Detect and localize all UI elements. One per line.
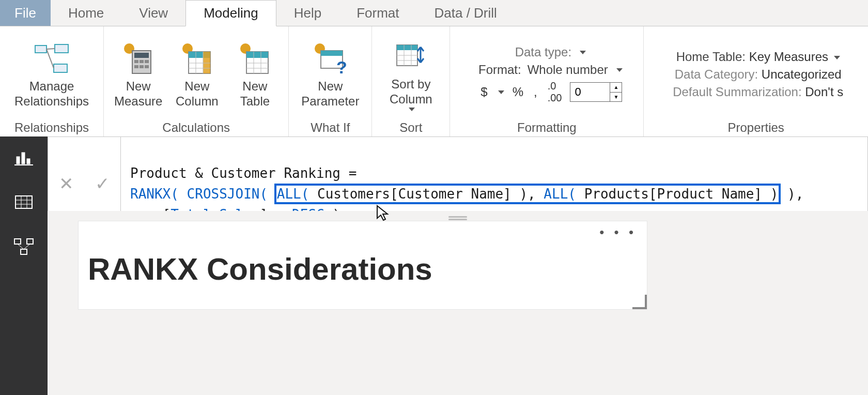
- cancel-formula-button[interactable]: ✕: [48, 168, 84, 199]
- svg-rect-24: [246, 52, 268, 58]
- comma: ,: [528, 186, 544, 202]
- default-sum-label: Default Summarization:: [673, 85, 801, 99]
- report-view-button[interactable]: [13, 147, 35, 169]
- spinner-down-icon[interactable]: ▼: [610, 93, 622, 102]
- tab-view[interactable]: View: [121, 0, 185, 26]
- tab-home-label: Home: [68, 5, 104, 21]
- new-parameter-label: New Parameter: [301, 79, 359, 109]
- currency-button[interactable]: $: [478, 85, 489, 99]
- spinner-up-icon[interactable]: ▲: [610, 83, 622, 93]
- svg-rect-49: [27, 239, 33, 244]
- manage-relationships-button[interactable]: Manage Relationships: [6, 38, 97, 111]
- more-icon: • • •: [599, 224, 637, 240]
- data-category-label: Data Category:: [675, 67, 758, 81]
- text-visual[interactable]: • • • RANKX Considerations: [79, 221, 647, 309]
- svg-rect-2: [54, 64, 67, 72]
- sort-by-column-label: Sort by Column: [390, 77, 432, 107]
- new-parameter-button[interactable]: ? New Parameter: [295, 38, 365, 111]
- group-relationships: Manage Relationships Relationships: [0, 26, 104, 137]
- group-sort-label: Sort: [378, 119, 443, 135]
- format-label: Format:: [478, 63, 521, 77]
- chevron-down-icon: [498, 90, 504, 94]
- data-category-dropdown[interactable]: Data Category: Uncategorized: [675, 67, 842, 82]
- sort-by-column-button[interactable]: Sort by Column: [378, 36, 443, 114]
- svg-rect-0: [35, 45, 47, 53]
- format-dropdown[interactable]: Format: Whole number: [478, 63, 623, 77]
- visual-options-button[interactable]: • • •: [599, 224, 637, 240]
- svg-rect-48: [14, 239, 21, 244]
- group-properties: Home Table: Key Measures Data Category: …: [644, 26, 868, 137]
- chevron-down-icon: [580, 51, 586, 54]
- svg-rect-8: [134, 60, 138, 63]
- new-table-button[interactable]: New Table: [227, 38, 282, 111]
- commit-formula-button[interactable]: ✓: [84, 168, 120, 199]
- fn-rankx: RANKX(: [130, 186, 179, 202]
- view-switcher-bar: [0, 136, 48, 395]
- x-icon: ✕: [59, 173, 73, 194]
- new-measure-button[interactable]: New Measure: [110, 38, 166, 111]
- data-type-dropdown[interactable]: Data type:: [515, 45, 586, 59]
- svg-line-51: [18, 244, 24, 249]
- resize-handle-icon[interactable]: [632, 295, 647, 309]
- group-properties-label: Properties: [650, 119, 862, 135]
- table-icon: [14, 194, 33, 210]
- chevron-down-icon: [834, 56, 840, 59]
- new-parameter-icon: ?: [311, 40, 349, 78]
- svg-rect-50: [21, 249, 27, 254]
- percent-button[interactable]: %: [510, 85, 525, 99]
- default-summarization-dropdown[interactable]: Default Summarization: Don't s: [673, 85, 843, 99]
- group-calculations-label: Calculations: [110, 119, 282, 135]
- report-canvas[interactable]: • • • RANKX Considerations: [48, 211, 868, 395]
- tab-data-drill-label: Data / Drill: [435, 5, 497, 21]
- svg-rect-13: [145, 65, 149, 68]
- svg-rect-1: [55, 44, 68, 53]
- new-column-icon: [178, 40, 216, 78]
- model-icon: [13, 238, 34, 255]
- group-formatting: Data type: Format: Whole number $ % , .0…: [450, 26, 644, 137]
- highlighted-expression: ALL( Customers[Customer Name] ), ALL( Pr…: [276, 185, 780, 203]
- decimal-icon: .0.00: [546, 80, 564, 104]
- tab-format[interactable]: Format: [339, 0, 416, 26]
- arg-customers: Customers[Customer Name] ): [309, 186, 528, 202]
- tab-data-drill[interactable]: Data / Drill: [417, 0, 515, 26]
- tab-file-label: File: [14, 5, 36, 21]
- data-type-label: Data type:: [515, 45, 571, 59]
- new-column-button[interactable]: New Column: [169, 38, 224, 111]
- new-table-label: New Table: [240, 79, 270, 109]
- measure-name: Product & Customer Ranking =: [130, 165, 365, 181]
- fn-all-1: ALL(: [277, 186, 309, 202]
- svg-rect-40: [22, 153, 25, 164]
- svg-rect-17: [203, 52, 210, 73]
- thousands-sep-button[interactable]: ,: [532, 85, 539, 99]
- decimals-input[interactable]: [570, 83, 610, 101]
- ribbon: Manage Relationships Relationships New M…: [0, 26, 868, 138]
- tab-help[interactable]: Help: [276, 0, 339, 26]
- data-view-button[interactable]: [13, 191, 35, 213]
- tab-file[interactable]: File: [0, 0, 51, 26]
- new-column-label: New Column: [176, 79, 219, 109]
- svg-rect-7: [134, 53, 149, 58]
- decimals-spinner[interactable]: ▲▼: [570, 82, 622, 102]
- close-crossjoin: ),: [779, 186, 803, 202]
- svg-rect-34: [397, 45, 417, 50]
- svg-rect-12: [140, 65, 144, 68]
- group-sort: Sort by Column Sort: [372, 26, 450, 137]
- svg-rect-10: [145, 60, 149, 63]
- visual-title-text: RANKX Considerations: [88, 251, 432, 287]
- home-table-dropdown[interactable]: Home Table: Key Measures: [676, 50, 840, 64]
- tab-modeling[interactable]: Modeling: [185, 0, 276, 26]
- manage-relationships-label: Manage Relationships: [14, 79, 89, 109]
- svg-line-52: [24, 244, 30, 249]
- model-view-button[interactable]: [13, 236, 35, 257]
- formula-bar-resize-handle[interactable]: [447, 215, 468, 221]
- group-whatif-label: What If: [295, 119, 365, 135]
- relationships-icon: [33, 40, 71, 78]
- fn-crossjoin: CROSSJOIN(: [187, 186, 268, 202]
- tab-home[interactable]: Home: [51, 0, 121, 26]
- menu-tab-strip: File Home View Modeling Help Format Data…: [0, 0, 868, 26]
- tab-format-label: Format: [357, 5, 399, 21]
- svg-text:?: ?: [336, 57, 347, 75]
- group-relationships-label: Relationships: [6, 119, 97, 135]
- format-value: Whole number: [528, 63, 608, 77]
- sort-by-column-icon: [392, 38, 430, 76]
